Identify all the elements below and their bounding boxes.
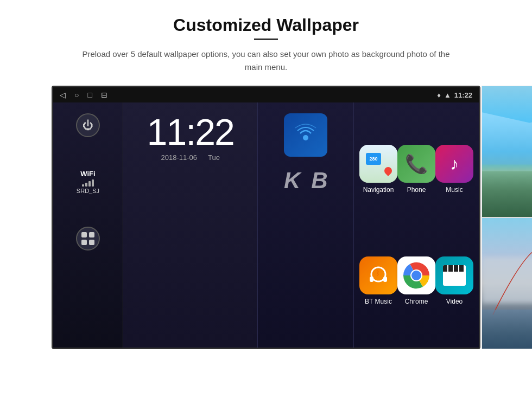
title-divider bbox=[254, 38, 278, 40]
nav-icons: ◁ ○ □ ⊟ bbox=[60, 91, 107, 99]
glacier-thumbnail bbox=[482, 86, 532, 217]
clock-day: Tue bbox=[208, 153, 220, 162]
wallpaper-bridge[interactable]: CarSetting bbox=[482, 217, 532, 349]
wallpaper-glacier[interactable] bbox=[482, 86, 532, 217]
chrome-icon-svg bbox=[403, 262, 430, 289]
app-navigation-label: Navigation bbox=[363, 186, 394, 194]
wifi-bar-2 bbox=[85, 183, 87, 187]
wifi-info: WiFi SRD_SJ bbox=[77, 170, 99, 194]
wifi-bar-1 bbox=[82, 184, 84, 187]
bt-icon-svg: ᛒ bbox=[366, 264, 390, 287]
radio-signal-icon bbox=[292, 121, 319, 149]
app-music-label: Music bbox=[446, 186, 463, 194]
b-label: B bbox=[311, 168, 327, 194]
wifi-label: WiFi bbox=[80, 170, 95, 178]
wallpaper-thumbnails: CarSetting bbox=[482, 86, 532, 349]
grid-icon bbox=[81, 232, 94, 245]
wifi-bar-4 bbox=[92, 179, 94, 187]
recent-icon[interactable]: □ bbox=[87, 91, 92, 99]
status-time: 11:22 bbox=[454, 91, 472, 99]
chrome-icon bbox=[397, 256, 435, 294]
glacier-bg bbox=[482, 86, 532, 217]
page-title: Customized Wallpaper bbox=[173, 15, 359, 35]
clock-area: 11:22 2018-11-06 Tue bbox=[123, 102, 258, 348]
svg-point-7 bbox=[411, 271, 421, 280]
music-icon: ♪ bbox=[435, 145, 473, 183]
kb-icons: K B bbox=[284, 168, 328, 194]
wifi-bar-3 bbox=[88, 181, 91, 187]
clock-date: 2018-11-06 Tue bbox=[161, 153, 219, 162]
app-video-label: Video bbox=[446, 298, 463, 305]
clock-date-value: 2018-11-06 bbox=[161, 153, 197, 162]
power-icon: ⏻ bbox=[83, 119, 93, 132]
bridge-water bbox=[482, 310, 532, 349]
app-chrome[interactable]: Chrome bbox=[397, 225, 435, 337]
app-chrome-label: Chrome bbox=[405, 298, 428, 305]
signal-icon: ▲ bbox=[444, 91, 451, 99]
video-icon bbox=[435, 256, 473, 294]
glacier-ice bbox=[482, 112, 532, 164]
svg-point-0 bbox=[303, 135, 308, 140]
power-button[interactable]: ⏻ bbox=[76, 113, 100, 137]
phone-icon: 📞 bbox=[397, 145, 435, 183]
wifi-bars bbox=[82, 179, 94, 187]
apps-area: 280 Navigation 📞 Phone ♪ Music bbox=[354, 102, 479, 348]
bt-music-icon: ᛒ bbox=[359, 256, 397, 294]
k-label: K bbox=[284, 168, 300, 194]
middle-section: K B bbox=[258, 102, 354, 348]
app-bt-music-label: BT Music bbox=[365, 298, 392, 305]
back-icon[interactable]: ◁ bbox=[60, 91, 66, 99]
page-description: Preload over 5 default wallpaper options… bbox=[76, 48, 456, 74]
device-frame: ◁ ○ □ ⊟ ♦ ▲ 11:22 ⏻ bbox=[52, 86, 480, 349]
svg-text:ᛒ: ᛒ bbox=[376, 269, 379, 277]
location-icon: ♦ bbox=[437, 91, 441, 99]
clock-time: 11:22 bbox=[147, 113, 234, 150]
main-area: ⏻ WiFi SRD_SJ bbox=[53, 102, 479, 348]
status-bar: ◁ ○ □ ⊟ ♦ ▲ 11:22 bbox=[53, 87, 479, 102]
app-bt-music[interactable]: ᛒ BT Music bbox=[359, 225, 397, 337]
camera-icon[interactable]: ⊟ bbox=[101, 91, 107, 99]
app-phone-label: Phone bbox=[407, 186, 426, 194]
svg-rect-2 bbox=[370, 277, 373, 282]
clapperboard-icon bbox=[443, 265, 466, 286]
svg-rect-3 bbox=[383, 277, 387, 282]
apps-grid-button[interactable] bbox=[76, 227, 100, 251]
status-right: ♦ ▲ 11:22 bbox=[437, 91, 472, 99]
wifi-network: SRD_SJ bbox=[77, 188, 99, 194]
home-icon[interactable]: ○ bbox=[74, 91, 79, 99]
app-music[interactable]: ♪ Music bbox=[435, 113, 473, 225]
app-navigation[interactable]: 280 Navigation bbox=[359, 113, 397, 225]
app-phone[interactable]: 📞 Phone bbox=[397, 113, 435, 225]
sidebar: ⏻ WiFi SRD_SJ bbox=[53, 102, 123, 348]
app-video[interactable]: Video bbox=[435, 225, 473, 337]
page-container: Customized Wallpaper Preload over 5 defa… bbox=[0, 0, 532, 411]
navigation-icon: 280 bbox=[359, 145, 397, 183]
bridge-thumbnail bbox=[482, 217, 532, 349]
radio-box[interactable] bbox=[284, 113, 327, 157]
bridge-bg bbox=[482, 218, 532, 349]
